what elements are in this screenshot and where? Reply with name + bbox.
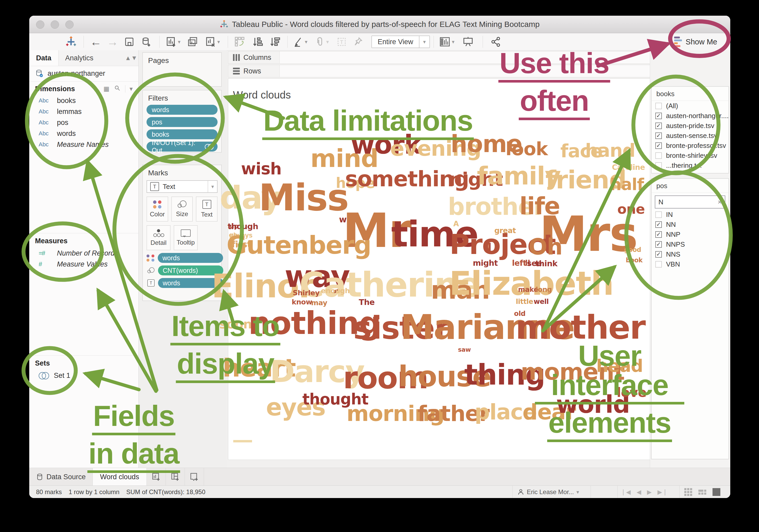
attach-button[interactable]: ▾ (312, 33, 331, 51)
books-item-austen-sense-tsv[interactable]: ✓austen-sense.tsv (652, 131, 729, 141)
field-measure-names[interactable]: AbcMeasure Names (29, 139, 139, 150)
detail-button[interactable]: Detail (146, 225, 171, 250)
tab-word-clouds[interactable]: Word clouds (93, 468, 147, 486)
chevron-down-icon[interactable]: ▾ (125, 85, 133, 93)
books-item--thering-t-[interactable]: ...thering.t... (652, 160, 729, 170)
checkbox-checked[interactable]: ✓ (655, 231, 662, 238)
new-worksheet-tab-button[interactable] (147, 468, 166, 486)
pos-item-nnp[interactable]: ✓NNP (652, 229, 729, 239)
highlight-button[interactable]: ▾ (291, 33, 310, 51)
duplicate-sheet-button[interactable] (185, 33, 200, 51)
pos-search-input[interactable] (655, 198, 718, 206)
tooltip-button[interactable]: Tooltip (174, 225, 198, 250)
field-pos[interactable]: Abcpos (29, 117, 139, 128)
sort-ascending-button[interactable] (250, 33, 265, 51)
checkbox-checked[interactable]: ✓ (655, 123, 662, 129)
checkbox-checked[interactable]: ✓ (655, 133, 662, 139)
field-number-of-records[interactable]: =#Number of Records (29, 248, 139, 259)
checkbox-unchecked[interactable] (655, 103, 662, 109)
pos-item-in[interactable]: IN (652, 210, 729, 220)
pill-label: words (152, 106, 169, 114)
columns-shelf[interactable]: Columns (228, 51, 677, 64)
split-view-icon[interactable] (699, 490, 706, 495)
pos-item-nn[interactable]: ✓NN (652, 220, 729, 229)
new-data-source-button[interactable] (139, 33, 154, 51)
checkbox-unchecked[interactable] (655, 162, 662, 169)
checkbox-unchecked[interactable] (655, 152, 662, 159)
tab-data[interactable]: Data (29, 50, 58, 66)
text-annotation-button[interactable]: T (334, 33, 349, 51)
share-button[interactable] (488, 33, 503, 51)
new-story-tab-button[interactable] (185, 468, 204, 486)
marks-card[interactable]: Marks T Text ▾ Color Size (142, 165, 222, 301)
filter-pill-in-out-set-1-out[interactable]: IN/OUT(Set 1): Out (146, 142, 218, 151)
data-source-tab[interactable]: Data Source (29, 468, 93, 486)
rows-shelf[interactable]: Rows (228, 65, 677, 77)
field-measure-values[interactable]: #Measure Values (29, 259, 139, 270)
pos-item-nns[interactable]: ✓NNS (652, 249, 729, 259)
text-button[interactable]: T Text (196, 196, 218, 222)
save-button[interactable] (122, 33, 136, 51)
fit-selector[interactable]: Entire View ▾ (372, 33, 430, 51)
chevron-down-icon[interactable]: ▾ (419, 36, 429, 48)
sort-descending-button[interactable] (267, 33, 283, 51)
fix-axes-button[interactable] (351, 33, 366, 51)
checkbox-checked[interactable]: ✓ (655, 113, 662, 119)
show-hide-cards-button[interactable]: ▾ (437, 33, 457, 51)
books-item-bronte-professor-tsv[interactable]: ✓bronte-professor.tsv (652, 141, 729, 150)
marks-pill-cnt-words-[interactable]: CNT(words) (158, 266, 223, 275)
field-books[interactable]: Abcbooks (29, 95, 139, 106)
sheet-view[interactable]: Word clouds (228, 78, 677, 460)
panel-sort-icon[interactable]: ▲︎▼︎ (124, 50, 139, 66)
books-item-austen-pride-tsv[interactable]: ✓austen-pride.tsv (652, 121, 729, 131)
pos-item-vbn[interactable]: VBN (652, 259, 729, 269)
checkbox-unchecked[interactable] (655, 211, 662, 218)
checkbox-unchecked[interactable] (655, 261, 662, 267)
grid-view-icon[interactable] (684, 488, 692, 496)
books-item--all-[interactable]: (All) (652, 101, 729, 111)
zoom-button[interactable] (65, 20, 74, 29)
new-worksheet-button[interactable]: ▾ (164, 33, 183, 51)
new-dashboard-tab-button[interactable] (166, 468, 185, 486)
filter-pill-pos[interactable]: pos (146, 117, 218, 127)
chevron-down-icon: ▾ (305, 39, 307, 45)
marks-pill-words[interactable]: words (158, 253, 223, 263)
field-lemmas[interactable]: Abclemmas (29, 106, 139, 117)
color-button[interactable]: Color (146, 196, 168, 222)
size-button[interactable]: Size (171, 196, 193, 222)
books-item-austen-northanger-[interactable]: ✓austen-northanger.... (652, 111, 729, 121)
books-item-bronte-shirley-tsv[interactable]: bronte-shirley.tsv (652, 150, 729, 160)
undo-button[interactable]: ← (89, 33, 103, 51)
presentation-mode-button[interactable] (460, 33, 476, 51)
checkbox-checked[interactable]: ✓ (655, 251, 662, 258)
clear-sheet-button[interactable]: ▾ (203, 33, 222, 51)
clear-search-icon[interactable]: × (718, 198, 725, 206)
checkbox-checked[interactable]: ✓ (655, 221, 662, 228)
rows-field-area[interactable] (279, 65, 677, 77)
pager-controls[interactable]: |◀ ◀ ▶ ▶| (618, 486, 672, 498)
checkbox-checked[interactable]: ✓ (655, 143, 662, 149)
filter-pill-books[interactable]: books (146, 129, 218, 139)
swap-rows-columns-button[interactable] (232, 33, 248, 51)
close-button[interactable] (36, 20, 44, 29)
filter-pill-words[interactable]: words (146, 105, 218, 115)
user-menu[interactable]: Eric Lease Mor... ▾ (512, 486, 584, 498)
tableau-home-button[interactable] (64, 33, 78, 51)
minimize-button[interactable] (51, 20, 59, 29)
mark-type-dropdown[interactable]: T Text ▾ (146, 180, 218, 193)
columns-field-area[interactable] (279, 52, 677, 63)
filters-shelf[interactable]: Filters wordsposbooksIN/OUT(Set 1): Out (142, 90, 222, 153)
data-source-row[interactable]: austen-northanger (29, 66, 139, 82)
marks-pill-words[interactable]: words (158, 278, 223, 288)
tab-analytics[interactable]: Analytics (58, 50, 124, 66)
show-me-button[interactable]: Show Me (674, 35, 717, 48)
full-view-icon[interactable] (712, 488, 720, 496)
search-icon[interactable] (114, 85, 120, 93)
view-data-icon[interactable]: ▦ (103, 85, 109, 93)
checkbox-checked[interactable]: ✓ (655, 241, 662, 248)
redo-button[interactable]: → (105, 33, 120, 51)
pos-item-nnps[interactable]: ✓NNPS (652, 239, 729, 249)
field-set-1[interactable]: Set 1 (29, 370, 139, 381)
pages-shelf[interactable]: Pages (142, 52, 222, 87)
field-words[interactable]: Abcwords (29, 128, 139, 139)
